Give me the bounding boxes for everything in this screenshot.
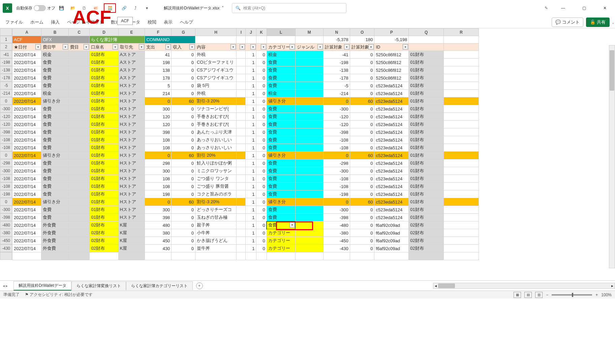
cell[interactable] xyxy=(295,198,323,206)
cell[interactable]: 0 xyxy=(172,237,195,245)
cell[interactable]: 60 xyxy=(172,152,195,159)
cell[interactable]: 450 xyxy=(145,237,172,245)
cell[interactable]: 食費 xyxy=(267,82,295,90)
cell[interactable]: 外食費 xyxy=(41,229,69,237)
cell[interactable]: 138 xyxy=(145,66,172,74)
cell[interactable]: 41 xyxy=(145,51,172,59)
cell[interactable]: 食費 xyxy=(267,190,295,198)
cell[interactable]: 2022/07/14 xyxy=(12,128,41,136)
col-header[interactable]: P xyxy=(374,29,409,36)
cell[interactable]: 01財布 xyxy=(90,136,118,144)
cell[interactable]: 01財布 xyxy=(409,105,444,113)
col-header[interactable]: A xyxy=(12,29,41,36)
cell[interactable]: 2022/07/14 xyxy=(12,175,41,183)
cell[interactable] xyxy=(237,59,246,66)
col-header[interactable]: M xyxy=(295,29,323,36)
cell[interactable]: 0 xyxy=(172,214,195,221)
export-icon[interactable]: ⤴ xyxy=(132,5,139,11)
cell[interactable]: ツナコーンピザ( xyxy=(195,105,237,113)
cell[interactable]: -198 xyxy=(323,190,350,198)
col-header[interactable]: O xyxy=(350,29,374,36)
filter-dropdown-icon[interactable]: ▾ xyxy=(368,44,374,50)
cell[interactable]: 1 xyxy=(246,66,256,74)
cell[interactable] xyxy=(295,136,323,144)
filter-dropdown-icon[interactable]: ▾ xyxy=(289,44,295,50)
cell[interactable]: 01財布 xyxy=(90,51,118,59)
cell[interactable]: 食費 xyxy=(267,159,295,167)
cell[interactable]: 01財布 xyxy=(90,206,118,214)
cell[interactable]: 0 xyxy=(172,221,195,229)
cell[interactable] xyxy=(195,252,237,260)
cell[interactable] xyxy=(246,252,256,260)
cell[interactable]: 0 xyxy=(350,190,374,198)
cell[interactable]: 1 xyxy=(246,136,256,144)
cell[interactable]: 5250c86f812 xyxy=(374,51,409,59)
cell[interactable]: 1 xyxy=(246,237,256,245)
cell[interactable] xyxy=(69,59,90,66)
cell[interactable]: 01財布 xyxy=(90,198,118,206)
cell[interactable] xyxy=(237,175,246,183)
header-cell[interactable]: ▾ xyxy=(237,43,246,51)
cell[interactable]: 0 xyxy=(256,198,267,206)
cell[interactable]: Hストア xyxy=(118,167,145,175)
cell[interactable]: 01財布 xyxy=(90,66,118,74)
cell[interactable] xyxy=(69,82,90,90)
cell[interactable]: 02財布 xyxy=(409,245,444,252)
cell[interactable] xyxy=(69,237,90,245)
cell[interactable]: 1 xyxy=(246,113,256,121)
row-header[interactable]: -380 xyxy=(0,229,12,237)
cell[interactable]: 1 xyxy=(246,128,256,136)
cell[interactable]: 01財布 xyxy=(409,113,444,121)
cell[interactable]: 食費 xyxy=(41,82,69,90)
header-cell[interactable]: 費目甲▾ xyxy=(41,43,69,51)
cell[interactable]: 01財布 xyxy=(90,214,118,221)
cell[interactable]: 5 xyxy=(145,82,172,90)
cell[interactable]: 01財布 xyxy=(90,183,118,190)
cell[interactable] xyxy=(69,144,90,152)
cell[interactable]: 01財布 xyxy=(90,152,118,159)
header-cell[interactable]: ▾ xyxy=(256,43,267,51)
cell[interactable]: 108 xyxy=(145,183,172,190)
cell[interactable]: あっさりおいしい xyxy=(195,144,237,152)
cell[interactable]: K屋 xyxy=(118,237,145,245)
cell[interactable]: c523eda5124 xyxy=(374,90,409,97)
cell[interactable] xyxy=(69,167,90,175)
cell[interactable]: 01財布 xyxy=(409,97,444,105)
cell[interactable] xyxy=(295,59,323,66)
cell[interactable]: 60 xyxy=(350,198,374,206)
cell[interactable]: 01財布 xyxy=(90,121,118,128)
sheet-tab-1[interactable]: らくな家計簿変換リスト xyxy=(71,281,126,290)
cell[interactable]: OFX xyxy=(41,36,90,43)
cell[interactable] xyxy=(444,113,479,121)
cell[interactable]: -108 xyxy=(323,144,350,152)
cell[interactable]: 2022/07/14 xyxy=(12,74,41,82)
view-normal-button[interactable]: ▦ xyxy=(514,292,521,298)
cell[interactable] xyxy=(69,97,90,105)
cell[interactable]: 食費 xyxy=(267,214,295,221)
cell[interactable]: 0 xyxy=(256,214,267,221)
col-header[interactable]: B xyxy=(41,29,69,36)
cell[interactable]: ACF xyxy=(12,36,41,43)
cell[interactable] xyxy=(444,105,479,113)
row-header[interactable]: 1 xyxy=(0,36,12,43)
cell[interactable]: 1 xyxy=(246,159,256,167)
cell[interactable]: -298 xyxy=(323,159,350,167)
toggle-icon[interactable] xyxy=(34,5,46,11)
piggy-bank-icon[interactable]: 🐖 xyxy=(92,5,99,11)
cell[interactable] xyxy=(295,82,323,90)
cell[interactable] xyxy=(69,183,90,190)
cell[interactable]: 食費 xyxy=(267,121,295,128)
cell[interactable]: 0 xyxy=(256,128,267,136)
cell[interactable]: 0 xyxy=(172,245,195,252)
cell[interactable] xyxy=(409,252,444,260)
cell[interactable]: 税金 xyxy=(267,51,295,59)
cell[interactable] xyxy=(444,252,479,260)
zoom-level[interactable]: 100% xyxy=(601,293,612,297)
header-cell[interactable]: 費目▾ xyxy=(69,43,90,51)
cell[interactable]: 食費 xyxy=(41,59,69,66)
cell[interactable] xyxy=(237,214,246,221)
cell[interactable]: 1 xyxy=(246,190,256,198)
row-header[interactable]: -214 xyxy=(0,89,12,97)
cell[interactable] xyxy=(444,167,479,175)
cell[interactable]: 0 xyxy=(256,183,267,190)
